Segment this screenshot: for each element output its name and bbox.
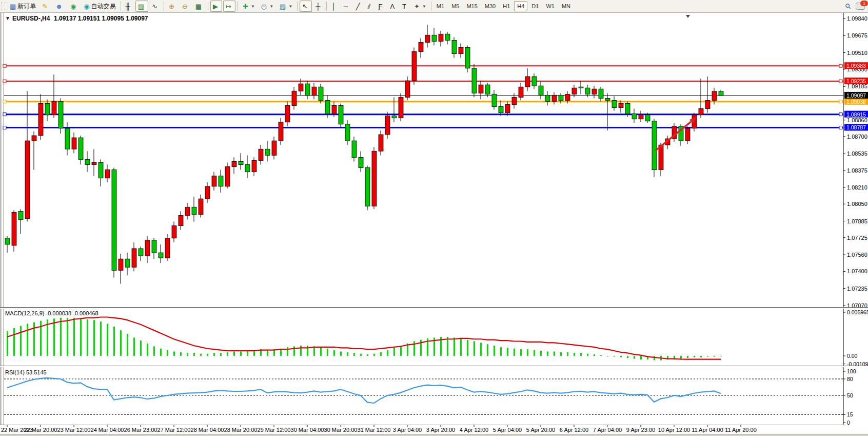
rsi-pane[interactable]: 1008050150RSI(14) 53.5145 [0,367,868,425]
candle-body [499,107,503,113]
macd-histogram-bar [720,356,722,356]
styler-button[interactable]: ✎ [40,1,52,12]
timeframe-button-m5[interactable]: M5 [448,1,462,11]
time-axis[interactable]: 22 Mar 202322 Mar 20:0023 Mar 12:0024 Ma… [0,425,868,434]
trendline-button[interactable]: ╱ [353,1,364,12]
chat-icon[interactable]: 1 [856,3,865,10]
timeframe-button-w1[interactable]: W1 [543,1,558,11]
macd-histogram-bar [347,352,348,356]
price-tick-label: 1.07885 [847,218,867,224]
macd-histogram-bar [373,354,375,356]
timeframe-button-d1[interactable]: D1 [528,1,542,11]
macd-histogram-bar [160,349,162,356]
line-handle[interactable] [839,80,842,83]
zoom-out-button[interactable]: ⊖ [180,1,192,12]
auto-scroll-button[interactable]: ▶ [210,1,222,12]
macd-histogram-bar [140,340,142,356]
timeframe-button-h4[interactable]: H4 [514,1,527,11]
candle-body [519,87,523,97]
candle-body [612,100,617,107]
candle-body [585,88,590,94]
candlestick-type-button[interactable]: ▥ [135,1,148,12]
time-tick-label: 22 Mar 20:00 [24,427,57,433]
macd-histogram-bar [460,338,462,356]
candle-body [65,128,70,149]
macd-histogram-bar [80,318,82,356]
periods-button[interactable]: ◷▼ [259,1,276,12]
time-tick-label: 3 Apr 04:00 [393,427,422,433]
macd-histogram-bar [87,319,88,356]
toolbar-separator [431,2,431,11]
auto-trading-button[interactable]: ◉自动交易 [81,1,118,12]
macd-histogram-bar [187,353,188,356]
line-handle[interactable] [3,113,6,116]
macd-pane[interactable]: 0.0059650.00-0.001096MACD(12,26,9) -0.00… [0,309,868,366]
macd-histogram-bar [20,326,22,356]
horizontal-line-button[interactable]: ─ [341,1,352,12]
timeframe-button-mn[interactable]: MN [559,1,574,11]
line-handle[interactable] [3,64,6,67]
candle-body [339,106,343,124]
tile-windows-button[interactable]: ▦ [193,1,206,12]
line-handle[interactable] [839,64,842,67]
macd-histogram-bar [200,354,202,356]
macd-histogram-bar [100,321,102,356]
equidistant-channel-button[interactable]: ⫽ [365,1,375,12]
line-handle[interactable] [3,100,6,103]
rsi-axis-label: 0 [847,420,850,425]
chat-badge: 1 [860,1,868,6]
timeframe-button-m30[interactable]: M30 [482,1,499,11]
crosshair-button[interactable]: ┼ [313,1,324,12]
macd-histogram-bar [594,354,595,356]
chart-symbol-title: EURUSD-,H4 [12,15,50,22]
time-tick-label: 24 Mar 04:00 [91,427,124,433]
shapes-button[interactable]: ✦▼ [411,1,429,12]
timeframe-button-m1[interactable]: M1 [433,1,447,11]
cursor-button[interactable]: ↖ [300,1,312,12]
macd-histogram-bar [240,351,242,356]
candle-body [639,115,643,119]
candle-body [279,122,283,141]
line-handle[interactable] [3,80,6,83]
candle-body [205,186,210,199]
line-handle[interactable] [839,100,842,103]
chevron-down-icon: ▼ [288,4,292,9]
text-label-icon: T [402,3,406,10]
templates-button[interactable]: ▨▼ [277,1,295,12]
candle-body [359,157,363,167]
macd-histogram-bar [393,348,395,356]
candle-body [605,98,610,100]
line-handle[interactable] [839,113,842,116]
rsi-axis-label: 100 [847,368,856,374]
line-chart-type-button[interactable]: ∿ [149,1,162,12]
zoom-in-button[interactable]: ⊕ [166,1,179,12]
new-order-button[interactable]: ▤新订单 [7,1,38,12]
macd-histogram-bar [560,352,562,356]
search-icon[interactable]: ⚲ [843,2,853,11]
market-watch-button[interactable]: ☻ [53,1,67,12]
chart-collapse-icon[interactable]: ▼ [5,15,10,21]
equidistant-channel-icon: ⫽ [368,3,371,10]
line-handle[interactable] [839,126,842,129]
macd-histogram-bar [193,353,195,356]
macd-histogram-bar [127,334,128,356]
text-button[interactable]: A [387,1,399,12]
indicators-button[interactable]: ✚▼ [240,1,258,12]
vertical-line-button[interactable]: │ [329,1,340,12]
timeframe-button-h1[interactable]: H1 [500,1,513,11]
bar-chart-type-button[interactable]: ╫ [123,1,134,12]
time-tick-label: 28 Mar 04:00 [191,427,224,433]
chart-shift-button[interactable]: ↦ [223,1,235,12]
macd-histogram-bar [480,343,482,356]
price-tick-label: 1.09840 [847,15,867,22]
signals-button[interactable]: ◉ [68,1,80,12]
macd-histogram-bar [173,351,175,356]
crosshair-icon: ┼ [315,3,320,10]
main-chart-pane[interactable]: 1.098401.096751.095101.093501.091851.088… [0,13,868,307]
toolbar-separator [164,2,164,11]
text-label-button[interactable]: T [400,1,410,12]
macd-histogram-bar [554,351,555,356]
fibonacci-button[interactable]: Ƒ [376,1,386,12]
line-handle[interactable] [3,126,6,129]
timeframe-button-m15[interactable]: M15 [463,1,480,11]
